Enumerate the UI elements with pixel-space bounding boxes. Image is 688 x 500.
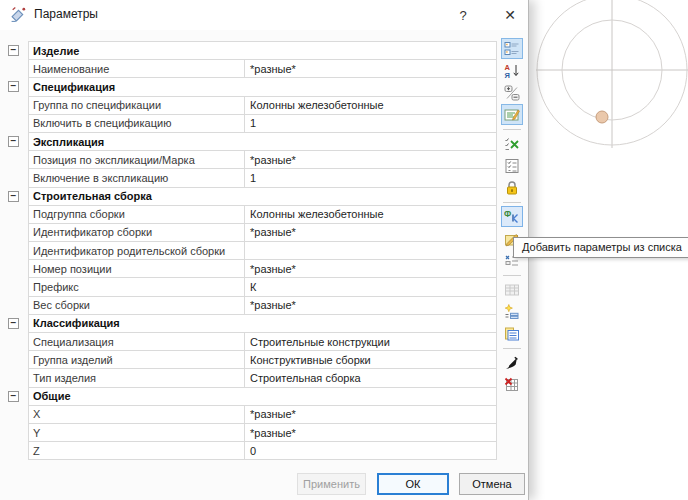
property-row[interactable]: Группа изделийКонструктивные сборки [29, 351, 496, 369]
category-label: Строительная сборка [33, 190, 152, 202]
edit-form-icon[interactable] [501, 104, 523, 125]
property-label: Префикс [29, 281, 244, 293]
property-label: Вес сборки [29, 299, 244, 311]
category-row[interactable]: −Изделие [29, 42, 496, 60]
sort-alphabetical-icon[interactable]: АЯ [501, 60, 523, 81]
property-row[interactable]: Z0 [29, 442, 496, 460]
category-row[interactable]: −Спецификация [29, 78, 496, 96]
grip-point[interactable] [596, 111, 608, 123]
property-value[interactable]: 1 [244, 115, 496, 132]
property-value[interactable]: *разные* [244, 260, 496, 277]
property-label: Группа по спецификации [29, 99, 244, 111]
property-row[interactable]: Включение в экспликацию1 [29, 169, 496, 187]
property-label: Y [29, 427, 244, 439]
property-row[interactable]: Группа по спецификацииКолонны железобето… [29, 97, 496, 115]
property-value[interactable]: Колонны железобетонные [244, 206, 496, 223]
table-report-icon [501, 279, 523, 300]
property-label: Тип изделия [29, 372, 244, 384]
property-row[interactable]: Идентификатор родительской сборки [29, 242, 496, 260]
category-label: Спецификация [33, 81, 115, 93]
property-row[interactable]: Позиция по экспликации/Марка*разные* [29, 151, 496, 169]
property-grid: −ИзделиеНаименование*разные*−Спецификаци… [28, 41, 497, 460]
cancel-button[interactable]: Отмена [459, 473, 525, 495]
property-value[interactable]: *разные* [244, 406, 496, 423]
collapse-button[interactable]: − [8, 318, 19, 329]
close-icon[interactable]: ✕ [492, 0, 528, 30]
window-title: Параметры [34, 7, 98, 21]
property-row[interactable]: Номер позиции*разные* [29, 260, 496, 278]
property-row[interactable]: X*разные* [29, 406, 496, 424]
property-row[interactable]: Идентификатор сборки*разные* [29, 224, 496, 242]
property-label: Группа изделий [29, 354, 244, 366]
property-value[interactable]: Строительные конструкции [244, 333, 496, 350]
svg-text:Ф: Ф [504, 209, 511, 219]
add-parameters-from-list-icon[interactable]: Ф [501, 206, 523, 227]
property-value[interactable]: 0 [244, 442, 496, 459]
property-value[interactable]: *разные* [244, 424, 496, 441]
reset-checks-icon[interactable] [501, 133, 523, 154]
marker-pen-icon[interactable] [501, 352, 523, 373]
property-label: Номер позиции [29, 263, 244, 275]
property-label: X [29, 408, 244, 420]
property-value[interactable]: Колонны железобетонные [244, 97, 496, 114]
collapse-button[interactable]: − [8, 391, 19, 402]
property-row[interactable]: ПрефиксК [29, 278, 496, 296]
checklist-icon[interactable] [501, 155, 523, 176]
new-parameter-icon[interactable] [501, 301, 523, 322]
collapse-button[interactable]: − [8, 136, 19, 147]
categorized-view-icon[interactable] [501, 38, 523, 59]
property-row[interactable]: Подгруппа сборкиКолонны железобетонные [29, 206, 496, 224]
category-row[interactable]: −Строительная сборка [29, 188, 496, 206]
delete-table-icon[interactable] [501, 374, 523, 395]
category-row[interactable]: −Общие [29, 388, 496, 406]
property-value[interactable]: *разные* [244, 60, 496, 77]
property-label: Идентификатор родительской сборки [29, 245, 244, 257]
property-row[interactable]: Включить в спецификацию1 [29, 115, 496, 133]
property-value[interactable]: *разные* [244, 151, 496, 168]
expand-collapse-icon[interactable] [501, 82, 523, 103]
property-value[interactable]: *разные* [244, 297, 496, 314]
lock-icon[interactable] [501, 177, 523, 198]
property-label: Включение в экспликацию [29, 172, 244, 184]
property-row[interactable]: СпециализацияСтроительные конструкции [29, 333, 496, 351]
category-label: Экспликация [33, 136, 104, 148]
property-label: Z [29, 445, 244, 457]
property-row[interactable]: Наименование*разные* [29, 60, 496, 78]
property-value[interactable]: 1 [244, 169, 496, 186]
property-value[interactable]: Строительная сборка [244, 369, 496, 386]
property-value[interactable]: *разные* [244, 224, 496, 241]
parameter-list-icon[interactable] [501, 323, 523, 344]
collapse-button[interactable]: − [8, 81, 19, 92]
property-row[interactable]: Y*разные* [29, 424, 496, 442]
toolbar-separator [503, 275, 521, 276]
category-row[interactable]: −Экспликация [29, 133, 496, 151]
parameters-icon [10, 6, 27, 23]
property-label: Идентификатор сборки [29, 226, 244, 238]
help-button[interactable]: ? [446, 0, 480, 30]
property-label: Подгруппа сборки [29, 208, 244, 220]
property-value[interactable]: К [244, 278, 496, 295]
property-value[interactable] [244, 242, 496, 259]
property-label: Включить в спецификацию [29, 117, 244, 129]
parameters-dialog: Параметры ? ✕ −ИзделиеНаименование*разны… [0, 0, 529, 500]
property-label: Наименование [29, 63, 244, 75]
tooltip: Добавить параметры из списка [513, 237, 688, 258]
property-row[interactable]: Вес сборки*разные* [29, 297, 496, 315]
property-row[interactable]: Тип изделияСтроительная сборка [29, 369, 496, 387]
toolbar-separator [503, 348, 521, 349]
apply-button: Применить [297, 473, 366, 495]
property-value[interactable]: Конструктивные сборки [244, 351, 496, 368]
toolbar-separator [503, 129, 521, 130]
ok-button[interactable]: ОК [377, 473, 449, 495]
collapse-button[interactable]: − [8, 191, 19, 202]
category-label: Общие [33, 390, 71, 402]
titlebar: Параметры ? ✕ [0, 0, 528, 30]
category-row[interactable]: −Классификация [29, 315, 496, 333]
property-label: Позиция по экспликации/Марка [29, 154, 244, 166]
property-label: Специализация [29, 336, 244, 348]
collapse-button[interactable]: − [8, 45, 19, 56]
category-label: Классификация [33, 317, 120, 329]
category-label: Изделие [33, 45, 79, 57]
svg-text:Я: Я [505, 71, 510, 79]
toolbar-separator [503, 202, 521, 203]
